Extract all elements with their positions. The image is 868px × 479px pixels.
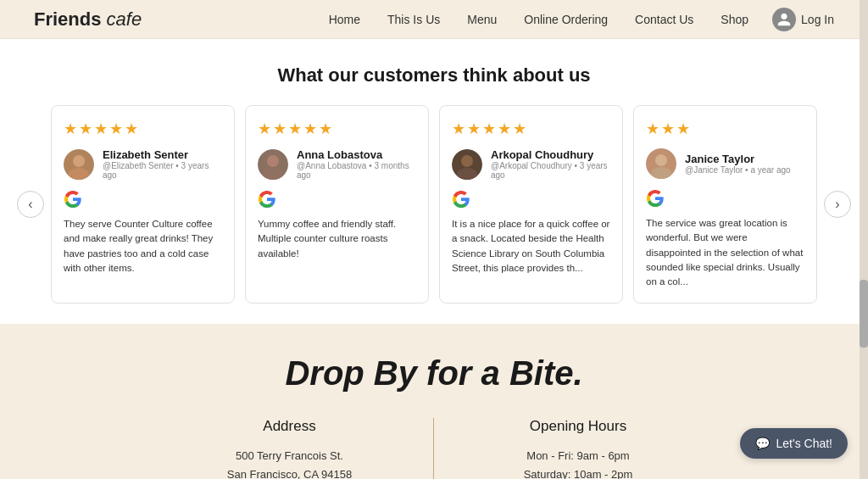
dropby-title: Drop By for a Bite. bbox=[34, 354, 834, 393]
reviewer-avatar-3 bbox=[452, 149, 482, 180]
reviewer-4: Janice Taylor @Janice Taylor • a year ag… bbox=[646, 148, 791, 179]
google-icon-4 bbox=[646, 189, 665, 208]
stars-4: ★★★ bbox=[646, 120, 692, 138]
next-arrow-button[interactable]: › bbox=[824, 191, 851, 218]
review-card-3: ★★★★★ Arkopal Choudhury @Arkopal Choudhu… bbox=[439, 105, 623, 304]
reviewer-avatar-2 bbox=[258, 149, 288, 180]
reviews-title: What our customers think about us bbox=[17, 64, 851, 86]
reviewer-info-2: Anna Lobastova @Anna Lobastova • 3 month… bbox=[297, 148, 416, 180]
navbar: Friends cafe Home This Is Us Menu Online… bbox=[0, 0, 868, 39]
nav-links: Home This Is Us Menu Online Ordering Con… bbox=[329, 12, 748, 27]
address-line2: San Francisco, CA 94158 bbox=[171, 465, 408, 479]
reviewer-meta-2: @Anna Lobastova • 3 months ago bbox=[297, 161, 416, 180]
chat-label: Let's Chat! bbox=[776, 437, 833, 450]
reviewer-meta-3: @Arkopal Choudhury • 3 years ago bbox=[491, 161, 610, 180]
reviewer-info-3: Arkopal Choudhury @Arkopal Choudhury • 3… bbox=[491, 148, 610, 180]
reviewer-name-2: Anna Lobastova bbox=[297, 148, 416, 161]
reviewer-meta-1: @Elizabeth Senter • 3 years ago bbox=[103, 161, 222, 180]
hours-line2: Saturday: 10am - 2pm bbox=[459, 465, 697, 479]
nav-contact-us[interactable]: Contact Us bbox=[635, 13, 693, 26]
chat-button[interactable]: 💬 Let's Chat! bbox=[740, 428, 849, 459]
address-col: Address 500 Terry Francois St. San Franc… bbox=[146, 418, 434, 479]
reviewer-3: Arkopal Choudhury @Arkopal Choudhury • 3… bbox=[452, 148, 610, 180]
info-grid: Address 500 Terry Francois St. San Franc… bbox=[34, 418, 834, 479]
review-card-1: ★★★★★ Elizabeth Senter @Elizabeth Senter… bbox=[51, 105, 235, 304]
nav-shop[interactable]: Shop bbox=[721, 13, 748, 26]
review-card-2: ★★★★★ Anna Lobastova @Anna Lobastova • 3… bbox=[245, 105, 429, 304]
svg-point-10 bbox=[655, 154, 667, 166]
stars-1: ★★★★★ bbox=[64, 120, 140, 138]
hours-heading: Opening Hours bbox=[459, 418, 697, 435]
reviewer-name-3: Arkopal Choudhury bbox=[491, 148, 610, 161]
reviewer-name-4: Janice Taylor bbox=[685, 153, 791, 165]
user-avatar-icon bbox=[772, 8, 796, 31]
google-icon-1 bbox=[64, 190, 82, 209]
review-text-2: Yummy coffee and friendly staff. Multipl… bbox=[258, 217, 416, 261]
reviewer-meta-4: @Janice Taylor • a year ago bbox=[685, 165, 791, 175]
google-icon-3 bbox=[452, 190, 470, 209]
chat-icon: 💬 bbox=[755, 437, 770, 450]
reviews-grid: ★★★★★ Elizabeth Senter @Elizabeth Senter… bbox=[51, 105, 817, 304]
prev-arrow-button[interactable]: ‹ bbox=[17, 191, 44, 218]
review-text-4: The service was great location is wonder… bbox=[646, 216, 804, 289]
review-text-1: They serve Counter Culture coffee and ma… bbox=[64, 217, 222, 276]
reviewer-info-4: Janice Taylor @Janice Taylor • a year ag… bbox=[685, 153, 791, 175]
svg-point-4 bbox=[267, 155, 279, 167]
hours-col: Opening Hours Mon - Fri: 9am - 6pm Satur… bbox=[434, 418, 722, 479]
scrollbar-thumb[interactable] bbox=[860, 280, 868, 348]
address-text: 500 Terry Francois St. San Francisco, CA… bbox=[171, 447, 408, 479]
review-text-3: It is a nice place for a quick coffee or… bbox=[452, 217, 610, 276]
reviewer-info-1: Elizabeth Senter @Elizabeth Senter • 3 y… bbox=[103, 148, 222, 180]
brand-name-bold: Friends bbox=[34, 8, 101, 30]
hours-text: Mon - Fri: 9am - 6pm Saturday: 10am - 2p… bbox=[459, 447, 697, 479]
reviewer-avatar-1 bbox=[64, 149, 94, 180]
reviewer-2: Anna Lobastova @Anna Lobastova • 3 month… bbox=[258, 148, 416, 180]
address-line1: 500 Terry Francois St. bbox=[171, 447, 408, 465]
nav-online-ordering[interactable]: Online Ordering bbox=[524, 13, 608, 26]
address-heading: Address bbox=[171, 418, 408, 435]
google-icon-2 bbox=[258, 190, 276, 209]
stars-3: ★★★★★ bbox=[452, 120, 528, 138]
brand-logo[interactable]: Friends cafe bbox=[34, 8, 142, 31]
dropby-section: Drop By for a Bite. Address 500 Terry Fr… bbox=[0, 324, 868, 479]
login-button[interactable]: Log In bbox=[772, 8, 834, 31]
svg-point-7 bbox=[461, 155, 473, 167]
nav-home[interactable]: Home bbox=[329, 13, 360, 26]
reviewer-avatar-4 bbox=[646, 148, 676, 179]
review-card-4: ★★★ Janice Taylor @Janice Taylor • a yea… bbox=[633, 105, 817, 304]
brand-name-light: cafe bbox=[101, 8, 142, 30]
svg-point-1 bbox=[73, 155, 85, 167]
reviews-section: What our customers think about us ‹ ★★★★… bbox=[0, 39, 868, 324]
hours-line1: Mon - Fri: 9am - 6pm bbox=[459, 447, 697, 465]
nav-this-is-us[interactable]: This Is Us bbox=[387, 13, 440, 26]
nav-menu[interactable]: Menu bbox=[467, 13, 497, 26]
login-label: Log In bbox=[801, 13, 834, 26]
scrollbar[interactable] bbox=[860, 0, 868, 479]
reviewer-name-1: Elizabeth Senter bbox=[103, 148, 222, 161]
reviews-container: ‹ ★★★★★ Elizabeth Senter @Elizabeth Sent… bbox=[17, 105, 851, 304]
stars-2: ★★★★★ bbox=[258, 120, 334, 138]
reviewer-1: Elizabeth Senter @Elizabeth Senter • 3 y… bbox=[64, 148, 222, 180]
